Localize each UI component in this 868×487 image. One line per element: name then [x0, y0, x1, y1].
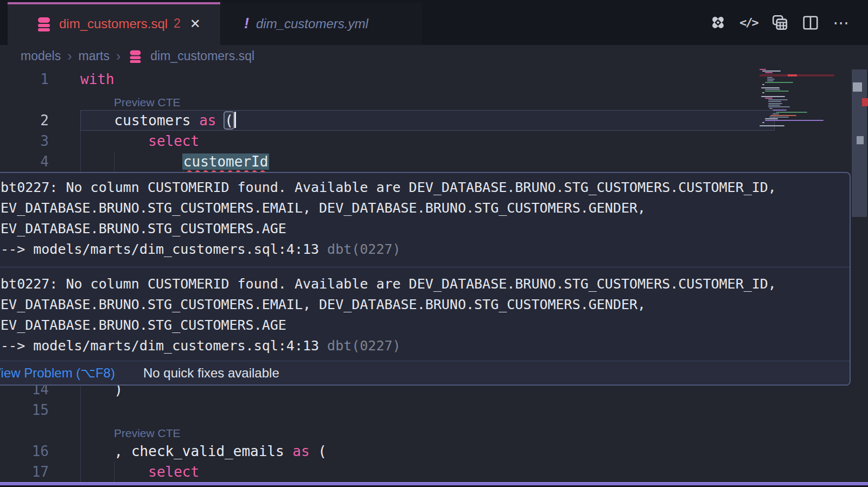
diagnostic-code: dbt(0227) [327, 241, 400, 257]
breadcrumb: models › marts › dim_customers.sql [0, 45, 868, 67]
more-actions-icon[interactable]: ⋯ [832, 12, 851, 34]
minimap-line [761, 87, 780, 88]
bracket-match: ( [225, 112, 233, 129]
close-icon[interactable]: ✕ [190, 16, 201, 31]
database-icon [128, 49, 143, 63]
minimap-line [762, 92, 764, 93]
editor-tab-bar: dim_customers.sql 2 ✕ ! dim_customers.ym… [0, 0, 868, 45]
editor-scrollbar[interactable] [851, 67, 868, 487]
code-line[interactable]: 4 customerId [0, 151, 868, 172]
code-lines-bottom: 14 )15Preview CTE16 , check_valid_emails… [0, 379, 868, 482]
diagnostic-text-line: DEV_DATABASE.BRUNO.STG_CUSTOMERS.AGE [0, 219, 844, 239]
line-number: 4 [0, 151, 49, 172]
breadcrumb-item-file[interactable]: dim_customers.sql [150, 49, 254, 63]
minimap-line [760, 69, 766, 70]
minimap-line [768, 99, 788, 100]
tab-modified-badge: 2 [174, 16, 181, 31]
minimap-line [768, 105, 780, 106]
copy-table-icon[interactable] [770, 12, 789, 34]
code-line-current[interactable]: 2 customers as ( [0, 110, 868, 131]
code-text[interactable]: customers as ( [49, 110, 236, 131]
chevron-right-icon: › [67, 48, 72, 64]
code-icon[interactable]: </> [739, 12, 758, 34]
indent-guide [114, 462, 114, 482]
line-number: 2 [0, 110, 49, 131]
tab-title: dim_customers.yml [256, 16, 368, 31]
overview-ruler-marker [857, 136, 864, 144]
diagnostic-text-line: dbt0227: No column CUSTOMERID found. Ava… [0, 177, 844, 198]
breadcrumb-item-models[interactable]: models [21, 49, 61, 63]
code-text[interactable] [49, 400, 80, 420]
tab-dim-customers-yml[interactable]: ! dim_customers.yml [220, 2, 422, 45]
editor-actions: </> ⋯ [709, 8, 851, 37]
diagnostic-location[interactable]: --> models/marts/dim_customers.sql:4:13 [0, 338, 327, 354]
codelens-preview-cte[interactable]: Preview CTE [114, 96, 181, 109]
minimap-line [761, 96, 785, 97]
minimap-line [765, 72, 773, 73]
diagnostic-text-line: DEV_DATABASE.BRUNO.STG_CUSTOMERS.AGE [0, 315, 844, 336]
overview-ruler-error-marker [862, 98, 868, 106]
diagnostic-location[interactable]: --> models/marts/dim_customers.sql:4:13 [0, 241, 327, 257]
minimap-line [762, 122, 764, 123]
minimap-line [762, 71, 781, 72]
code-line[interactable]: 17 select [0, 462, 868, 482]
indent-guide [80, 379, 81, 482]
minimap-line [760, 74, 834, 76]
diagnostic-text-line: dbt0227: No column CUSTOMERID found. Ava… [0, 274, 844, 294]
minimap[interactable] [760, 69, 834, 127]
no-quick-fixes-label: No quick fixes available [143, 366, 279, 381]
dbt-icon[interactable] [709, 12, 727, 34]
tab-dim-customers-sql[interactable]: dim_customers.sql 2 ✕ [8, 2, 220, 45]
minimap-line [760, 86, 834, 87]
code-text[interactable]: select [49, 131, 199, 151]
minimap-line [765, 118, 778, 119]
line-number: 15 [0, 400, 49, 420]
minimap-line [768, 103, 782, 104]
code-line[interactable]: 15 [0, 400, 868, 420]
view-problem-link[interactable]: View Problem (⌥F8) [0, 366, 115, 381]
breadcrumb-item-marts[interactable]: marts [78, 49, 110, 63]
diagnostic-text-line: DEV_DATABASE.BRUNO.STG_CUSTOMERS.EMAIL, … [0, 198, 844, 219]
code-text[interactable]: select [49, 462, 199, 482]
diagnostic-message: dbt0227: No column CUSTOMERID found. Ava… [0, 173, 850, 267]
minimap-line [769, 117, 789, 118]
diagnostic-location-line: --> models/marts/dim_customers.sql:4:13 … [0, 336, 844, 356]
minimap-line [769, 108, 773, 109]
code-text[interactable]: , check_valid_emails as ( [49, 441, 327, 462]
minimap-line [760, 125, 784, 126]
overview-ruler-cursor-marker [853, 82, 862, 92]
text-cursor [234, 112, 236, 128]
minimap-line [765, 89, 780, 90]
minimap-line [767, 80, 774, 81]
code-text[interactable]: with [49, 69, 114, 89]
code-line[interactable]: 1with [0, 69, 868, 89]
minimap-line [762, 84, 764, 85]
diagnostic-text-line: DEV_DATABASE.BRUNO.STG_CUSTOMERS.EMAIL, … [0, 294, 844, 315]
diagnostic-location-line: --> models/marts/dim_customers.sql:4:13 … [0, 239, 844, 260]
code-line[interactable]: 16 , check_valid_emails as ( [0, 441, 868, 462]
code-editor[interactable]: 1withPreview CTE2 customers as (3 select… [0, 67, 868, 487]
diagnostic-message: dbt0227: No column CUSTOMERID found. Ava… [0, 267, 850, 361]
minimap-line [765, 98, 773, 99]
database-icon [36, 16, 52, 32]
chevron-right-icon: › [116, 48, 120, 64]
minimap-line [765, 82, 793, 83]
hover-status-bar: View Problem (⌥F8) No quick fixes availa… [0, 361, 850, 385]
codelens-row: Preview CTE [0, 89, 868, 110]
minimap-line [776, 112, 807, 113]
minimap-line [773, 113, 779, 114]
code-text[interactable]: customerId [49, 151, 269, 172]
error-word-customerid: customerId [182, 153, 270, 170]
minimap-line [768, 101, 781, 102]
minimap-line [768, 106, 790, 107]
vscode-window: dim_customers.sql 2 ✕ ! dim_customers.ym… [0, 0, 868, 487]
diagnostic-code: dbt(0227) [327, 338, 400, 354]
code-line[interactable]: 3 select [0, 131, 868, 151]
line-number: 3 [0, 131, 49, 151]
codelens-row: Preview CTE [0, 420, 868, 441]
minimap-error-highlight [788, 74, 797, 76]
codelens-preview-cte[interactable]: Preview CTE [114, 427, 181, 440]
split-editor-icon[interactable] [801, 12, 820, 34]
minimap-line [770, 115, 796, 116]
minimap-line [767, 79, 775, 80]
